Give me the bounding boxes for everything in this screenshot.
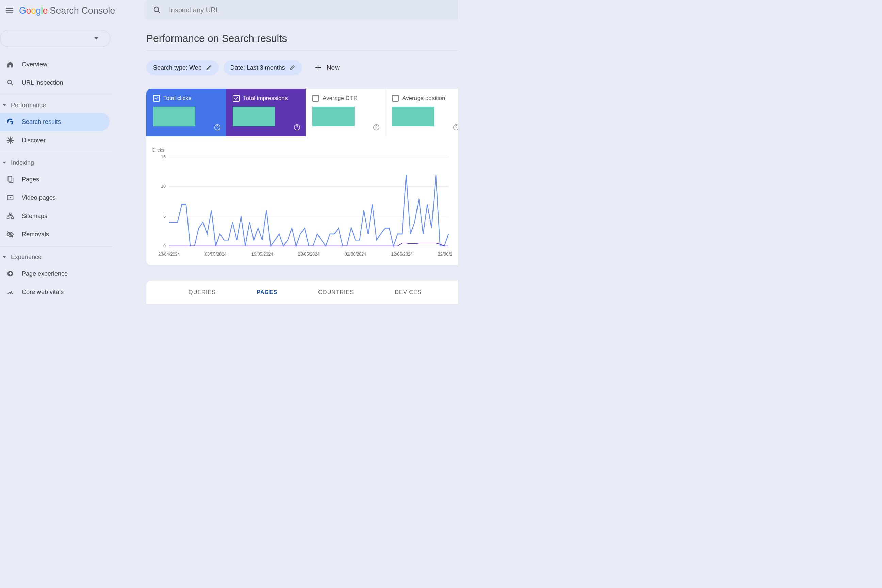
card-label: Total impressions [243, 95, 288, 102]
nav-page-experience[interactable]: Page experience [0, 264, 110, 283]
google-g-icon [6, 118, 14, 126]
checkbox-icon [312, 95, 319, 102]
redacted-value [312, 106, 355, 126]
help-icon[interactable] [214, 123, 221, 131]
tab-queries[interactable]: QUERIES [189, 289, 216, 296]
nav-label: Page experience [22, 270, 68, 278]
url-inspect-bar[interactable] [145, 0, 458, 20]
plus-icon [314, 64, 322, 72]
google-logo-text: Google [19, 6, 48, 16]
svg-text:5: 5 [164, 213, 166, 219]
divider [0, 94, 112, 95]
nav-label: Core web vitals [22, 288, 64, 296]
card-label: Average CTR [322, 95, 358, 102]
filter-row: Search type: Web Date: Last 3 months New [146, 60, 458, 75]
metric-cards: Total clicks Total impressions Average C… [146, 89, 458, 136]
help-icon[interactable] [453, 123, 458, 131]
speedometer-icon [6, 288, 14, 296]
dimension-tabs: QUERIES PAGES COUNTRIES DEVICES [146, 281, 458, 304]
chevron-down-icon [94, 36, 98, 40]
caret-down-icon [2, 256, 7, 258]
main-content: Performance on Search results Search typ… [112, 24, 458, 305]
checkbox-icon [392, 95, 399, 102]
redacted-value [153, 106, 195, 126]
svg-text:23/04/2024: 23/04/2024 [158, 252, 180, 256]
nav-core-web-vitals[interactable]: Core web vitals [0, 283, 110, 301]
checkbox-icon [153, 95, 160, 102]
nav-sitemaps[interactable]: Sitemaps [0, 207, 110, 225]
card-total-impressions[interactable]: Total impressions [226, 89, 306, 136]
svg-point-16 [454, 124, 458, 130]
url-inspect-input[interactable] [168, 6, 450, 14]
svg-text:23/05/2024: 23/05/2024 [298, 252, 320, 256]
tab-countries[interactable]: COUNTRIES [318, 289, 354, 296]
svg-text:12/06/2024: 12/06/2024 [392, 252, 413, 256]
caret-down-icon [2, 162, 7, 164]
section-performance[interactable]: Performance [0, 98, 112, 112]
page-title: Performance on Search results [146, 33, 458, 44]
nav-video-pages[interactable]: Video pages [0, 189, 110, 207]
chip-label: Date: Last 3 months [230, 64, 285, 72]
help-icon[interactable] [293, 123, 301, 131]
svg-text:22/06/2024: 22/06/2024 [438, 252, 452, 256]
add-filter-button[interactable]: New [314, 64, 340, 72]
nav-removals[interactable]: Removals [0, 225, 110, 244]
help-icon[interactable] [373, 123, 380, 131]
property-selector[interactable] [0, 30, 110, 47]
svg-text:0: 0 [164, 243, 166, 248]
tab-pages[interactable]: PAGES [256, 289, 278, 296]
divider [0, 152, 112, 153]
card-average-position[interactable]: Average position [385, 89, 458, 136]
video-icon [6, 194, 14, 202]
card-average-ctr[interactable]: Average CTR [306, 89, 385, 136]
nav-label: Video pages [22, 194, 56, 201]
pages-icon [6, 175, 14, 183]
checkbox-icon [233, 95, 240, 102]
svg-line-1 [158, 11, 160, 13]
svg-rect-7 [7, 217, 9, 219]
redacted-value [392, 106, 434, 126]
nav-overview[interactable]: Overview [0, 55, 110, 74]
nav-label: Removals [22, 231, 49, 238]
add-filter-label: New [327, 64, 340, 72]
nav-label: Sitemaps [22, 213, 47, 220]
sidebar: Overview URL inspection Performance Sear… [0, 24, 112, 305]
nav-label: Search results [22, 118, 61, 126]
section-label: Performance [11, 102, 46, 109]
section-label: Experience [11, 254, 42, 261]
performance-chart: Clicks 05101523/04/202403/05/202413/05/2… [146, 136, 458, 265]
nav-label: Pages [22, 176, 39, 183]
menu-button[interactable] [0, 1, 19, 20]
card-total-clicks[interactable]: Total clicks [146, 89, 226, 136]
section-experience[interactable]: Experience [0, 249, 112, 264]
svg-text:10: 10 [161, 184, 166, 189]
search-icon [6, 79, 14, 87]
chart-y-label: Clicks [152, 147, 164, 153]
card-label: Average position [402, 95, 445, 102]
tab-devices[interactable]: DEVICES [395, 289, 422, 296]
product-name: Search Console [50, 6, 115, 16]
chart-svg: 05101523/04/202403/05/202413/05/202423/0… [153, 147, 452, 260]
eye-off-icon [6, 230, 14, 238]
svg-text:15: 15 [161, 154, 166, 159]
nav-label: URL inspection [22, 79, 63, 86]
filter-search-type[interactable]: Search type: Web [146, 60, 219, 75]
redacted-value [233, 106, 275, 126]
divider [0, 246, 112, 247]
caret-down-icon [2, 104, 7, 106]
nav-discover[interactable]: Discover [0, 131, 110, 149]
nav-url-inspection[interactable]: URL inspection [0, 74, 110, 92]
asterisk-icon [6, 136, 14, 144]
filter-date[interactable]: Date: Last 3 months [224, 60, 302, 75]
svg-text:03/05/2024: 03/05/2024 [205, 252, 226, 256]
card-label: Total clicks [164, 95, 191, 102]
search-icon [153, 6, 161, 14]
circle-plus-icon [6, 270, 14, 278]
svg-rect-4 [8, 176, 12, 182]
nav-pages[interactable]: Pages [0, 170, 110, 189]
section-indexing[interactable]: Indexing [0, 155, 112, 170]
nav-label: Discover [22, 137, 46, 144]
nav-search-results[interactable]: Search results [0, 112, 110, 131]
svg-rect-8 [12, 217, 13, 219]
sitemap-icon [6, 212, 14, 220]
